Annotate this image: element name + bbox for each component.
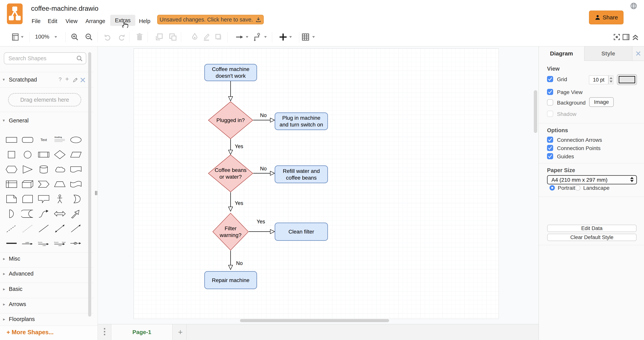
- shape-curve-icon[interactable]: [36, 206, 52, 221]
- flow-node-box[interactable]: Repair machine: [204, 271, 257, 289]
- grid-size-stepper[interactable]: [608, 75, 613, 84]
- shape-text-icon[interactable]: Text: [36, 132, 52, 147]
- waypoint-style-button[interactable]: [254, 33, 262, 41]
- background-checkbox[interactable]: [547, 99, 553, 106]
- view-panels-button[interactable]: [11, 33, 20, 41]
- portrait-radio[interactable]: [550, 185, 555, 191]
- flow-node-box[interactable]: Clean filter: [275, 223, 328, 241]
- shape-hexagon-icon[interactable]: [4, 162, 20, 177]
- flow-node-box[interactable]: Refill water and coffee beans: [275, 165, 328, 183]
- section-arrows[interactable]: ▸Arrows: [0, 300, 94, 310]
- section-advanced[interactable]: ▸Advanced: [0, 270, 94, 279]
- shape-arrow-source-label-target-icon[interactable]: SourceLabelTarget: [52, 236, 68, 251]
- format-panel-toggle[interactable]: [622, 33, 630, 41]
- shape-circle-icon[interactable]: [20, 147, 36, 162]
- shape-arrow-with-label-icon[interactable]: Label: [20, 236, 36, 251]
- shape-cylinder-icon[interactable]: [36, 162, 52, 177]
- shape-dashed-line-icon[interactable]: [4, 221, 20, 236]
- canvas-vertical-scrollbar[interactable]: [534, 90, 537, 133]
- language-globe-icon[interactable]: [630, 3, 637, 10]
- delete-button[interactable]: [135, 33, 144, 41]
- menu-extras[interactable]: Extras: [110, 15, 135, 26]
- fullscreen-button[interactable]: [612, 33, 621, 41]
- pages-menu-handle[interactable]: [104, 328, 106, 336]
- grid-color-swatch[interactable]: [617, 74, 637, 85]
- connection-arrows-checkbox[interactable]: [547, 137, 553, 143]
- page-view-checkbox[interactable]: [547, 89, 553, 95]
- zoom-in-button[interactable]: [70, 33, 79, 41]
- search-shapes-input[interactable]: Search Shapes: [4, 52, 86, 64]
- shape-connector-with-symbol-icon[interactable]: [68, 236, 84, 251]
- share-button[interactable]: Share: [589, 11, 624, 24]
- menu-arrange[interactable]: Arrange: [86, 17, 105, 25]
- shape-directional-connector-icon[interactable]: [68, 221, 84, 236]
- line-color-button[interactable]: [202, 33, 211, 41]
- shape-document-icon[interactable]: [68, 162, 84, 177]
- shadow-button[interactable]: [214, 33, 223, 41]
- guides-checkbox[interactable]: [547, 153, 553, 159]
- shape-cloud-icon[interactable]: [52, 162, 68, 177]
- flow-node-decision[interactable]: Plugged in?: [208, 101, 253, 139]
- shape-and-icon[interactable]: [4, 206, 20, 221]
- close-panel-button[interactable]: [632, 47, 644, 61]
- redo-button[interactable]: [117, 33, 126, 41]
- scratchpad-edit-icon[interactable]: [72, 77, 78, 83]
- flow-node-box[interactable]: Coffee machine doesn't work: [204, 64, 257, 81]
- shape-data-storage-icon[interactable]: [20, 206, 36, 221]
- shape-rectangle-icon[interactable]: [4, 132, 20, 147]
- menu-help[interactable]: Help: [139, 17, 150, 25]
- insert-button[interactable]: [279, 33, 287, 41]
- shape-bidirectional-arrow-icon[interactable]: [52, 206, 68, 221]
- menu-edit[interactable]: Edit: [48, 17, 57, 25]
- shape-ellipse-icon[interactable]: [68, 132, 84, 147]
- sidebar-scrollbar[interactable]: [88, 52, 91, 316]
- zoom-level[interactable]: 100%: [35, 34, 49, 40]
- shape-bidirectional-connector-icon[interactable]: [52, 221, 68, 236]
- collapse-triangle-icon[interactable]: ▾: [3, 77, 5, 82]
- shape-card-icon[interactable]: [20, 191, 36, 206]
- scratchpad-help-icon[interactable]: ?: [59, 76, 62, 83]
- add-page-button[interactable]: +: [174, 324, 186, 340]
- shape-line-icon[interactable]: [36, 221, 52, 236]
- section-basic[interactable]: ▸Basic: [0, 285, 94, 295]
- canvas-horizontal-scrollbar[interactable]: [240, 319, 389, 322]
- flow-node-decision[interactable]: Filter warning?: [212, 213, 249, 251]
- shape-heading-icon[interactable]: Heading: [52, 132, 68, 147]
- scratchpad-add-icon[interactable]: +: [65, 75, 69, 83]
- flow-node-box[interactable]: Plug in machine and turn switch on: [275, 112, 328, 130]
- chevron-down-icon[interactable]: [21, 36, 24, 38]
- shape-actor-icon[interactable]: [52, 191, 68, 206]
- edit-data-button[interactable]: Edit Data: [547, 225, 636, 232]
- shadow-checkbox[interactable]: [547, 111, 553, 117]
- grid-checkbox[interactable]: [547, 76, 553, 82]
- shape-note-icon[interactable]: [4, 191, 20, 206]
- shape-or-icon[interactable]: [68, 191, 84, 206]
- table-button[interactable]: [301, 33, 310, 41]
- shape-triangle-icon[interactable]: [20, 162, 36, 177]
- shape-trapezoid-icon[interactable]: [52, 177, 68, 191]
- shape-arrow-icon[interactable]: [68, 206, 84, 221]
- zoom-out-button[interactable]: [85, 33, 93, 41]
- clear-default-style-button[interactable]: Clear Default Style: [547, 234, 636, 241]
- shape-internal-storage-icon[interactable]: [4, 177, 20, 191]
- menu-view[interactable]: View: [66, 17, 78, 25]
- chevron-down-icon[interactable]: [289, 36, 292, 38]
- scratchpad-close-icon[interactable]: [80, 77, 86, 83]
- shape-tape-icon[interactable]: [68, 177, 84, 191]
- background-image-button[interactable]: Image: [589, 97, 614, 107]
- tab-style[interactable]: Style: [584, 47, 632, 61]
- scratchpad-section[interactable]: ▾ Scratchpad ? +: [0, 76, 94, 85]
- tab-diagram[interactable]: Diagram: [539, 47, 584, 61]
- undo-button[interactable]: [104, 33, 112, 41]
- unsaved-changes-banner[interactable]: Unsaved changes. Click here to save.: [157, 15, 264, 24]
- collapse-toolbar-button[interactable]: [631, 33, 640, 41]
- shape-parallelogram-icon[interactable]: [68, 147, 84, 162]
- section-general[interactable]: ▾ General: [0, 117, 94, 126]
- drawing-canvas[interactable]: Coffee machine doesn't workPlugged in?Pl…: [98, 47, 538, 340]
- shape-square-icon[interactable]: [4, 147, 20, 162]
- fill-color-button[interactable]: [190, 33, 199, 41]
- shape-callout-icon[interactable]: [36, 191, 52, 206]
- section-misc[interactable]: ▸Misc: [0, 255, 94, 264]
- page-sheet[interactable]: Coffee machine doesn't workPlugged in?Pl…: [134, 48, 499, 319]
- connection-points-checkbox[interactable]: [547, 145, 553, 151]
